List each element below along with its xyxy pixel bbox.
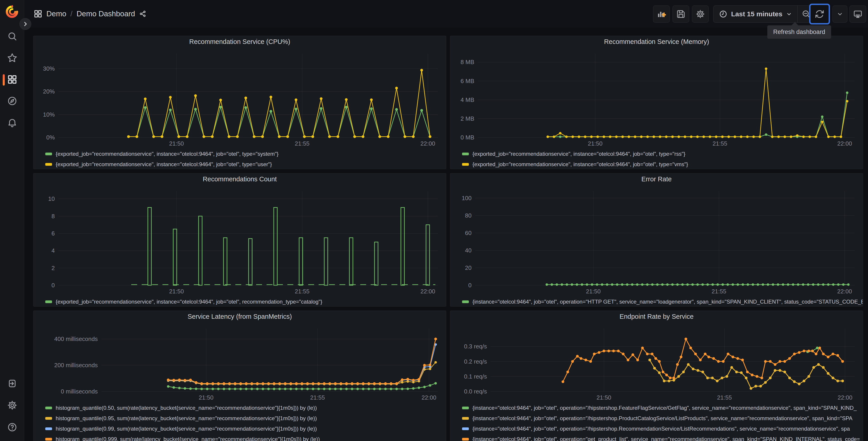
sidebar-item-help[interactable]	[7, 422, 18, 432]
panel-endpoint-rate: Endpoint Rate by Service 0.0 req/s0.1 re…	[450, 311, 863, 441]
bell-icon	[7, 118, 17, 128]
legend-label: {exported_job="recommendationservice", i…	[472, 151, 685, 157]
legend-item[interactable]: histogram_quantile(0.99, sum(rate(latenc…	[33, 423, 446, 434]
legend-item[interactable]: {exported_job="recommendationservice", i…	[33, 149, 446, 159]
panel-title[interactable]: Service Latency (from SpanMetrics)	[33, 311, 446, 322]
dashboard-settings-button[interactable]	[692, 5, 709, 23]
recommendations-count-chart[interactable]: 024681021:5021:5522:00	[33, 185, 446, 296]
sidebar-item-alerting[interactable]	[7, 118, 18, 128]
svg-text:4: 4	[52, 247, 55, 254]
legend-label: {exported_job="recommendationservice", i…	[56, 161, 272, 168]
time-range-picker[interactable]: Last 15 minutes	[713, 6, 797, 22]
star-icon	[7, 53, 17, 63]
legend-swatch	[45, 407, 52, 409]
svg-text:21:55: 21:55	[712, 288, 726, 295]
memory-chart[interactable]: 0 MB2 MB4 MB6 MB8 MB21:5021:5522:00	[450, 47, 863, 148]
cpu-legend: {exported_job="recommendationservice", i…	[33, 149, 446, 169]
legend-label: histogram_quantile(0.95, sum(rate(latenc…	[56, 415, 317, 421]
search-icon	[7, 31, 17, 41]
legend-label: {exported_job="recommendationservice", i…	[56, 151, 279, 157]
endpoint-rate-chart[interactable]: 0.0 req/s0.1 req/s0.2 req/s0.3 req/s21:5…	[450, 322, 863, 402]
sidebar-item-settings[interactable]	[7, 400, 18, 410]
legend-item[interactable]: {exported_job="recommendationservice", i…	[33, 297, 446, 306]
breadcrumb-dashboard[interactable]: Demo Dashboard	[76, 9, 135, 18]
clock-icon	[719, 10, 727, 18]
svg-text:22:00: 22:00	[422, 394, 436, 401]
help-question-icon	[7, 422, 17, 432]
legend-item[interactable]: {instance="otelcol:9464", job="otel", op…	[450, 434, 863, 441]
svg-text:20: 20	[465, 264, 471, 271]
svg-text:2: 2	[52, 265, 55, 271]
svg-text:100: 100	[462, 195, 471, 202]
svg-text:0: 0	[52, 282, 55, 289]
panel-title[interactable]: Endpoint Rate by Service	[450, 311, 863, 322]
legend-item[interactable]: {instance="otelcol:9464", job="otel", op…	[450, 423, 863, 434]
grafana-dashboard: { "header": { "breadcrumb_section": "Dem…	[0, 0, 868, 441]
grafana-logo-icon[interactable]	[5, 5, 19, 19]
svg-text:20%: 20%	[43, 88, 55, 95]
legend-item[interactable]: {instance="otelcol:9464", job="otel", op…	[450, 413, 863, 423]
refresh-dashboard-button[interactable]	[809, 4, 830, 25]
sidebar-item-explore[interactable]	[7, 96, 18, 106]
svg-text:21:50: 21:50	[169, 288, 184, 295]
sidebar-item-search[interactable]	[7, 31, 18, 41]
legend-item[interactable]: histogram_quantile(0.95, sum(rate(latenc…	[33, 413, 446, 423]
panel-title[interactable]: Recommendation Service (CPU%)	[33, 36, 446, 47]
legend-swatch	[45, 417, 52, 420]
legend-swatch	[462, 153, 469, 155]
cycle-view-mode-button[interactable]	[849, 5, 866, 23]
legend-label: {exported_job="recommendationservice", i…	[56, 299, 322, 305]
panel-error-rate: Error Rate 02040608010021:5021:5522:00 {…	[450, 173, 863, 306]
legend-item[interactable]: {exported_job="recommendationservice", i…	[450, 159, 863, 169]
svg-text:0.0 req/s: 0.0 req/s	[464, 388, 487, 395]
refresh-interval-dropdown[interactable]	[833, 5, 847, 23]
sidebar-item-dashboards[interactable]	[7, 74, 18, 85]
share-icon[interactable]	[139, 10, 146, 18]
svg-text:4 MB: 4 MB	[461, 96, 474, 103]
panel-service-latency: Service Latency (from SpanMetrics) 0 mil…	[33, 311, 446, 441]
sidebar-item-starred[interactable]	[7, 53, 18, 63]
legend-swatch	[462, 407, 469, 409]
chevron-right-icon	[22, 21, 28, 27]
legend-item[interactable]: {exported_job="recommendationservice", i…	[33, 159, 446, 169]
svg-text:400 milliseconds: 400 milliseconds	[54, 335, 98, 342]
svg-text:6: 6	[52, 230, 55, 237]
legend-item[interactable]: histogram_quantile(0.999, sum(rate(laten…	[33, 434, 446, 441]
legend-label: {instance="otelcol:9464", job="otel", op…	[472, 299, 863, 305]
gear-icon	[7, 400, 17, 410]
svg-text:40: 40	[465, 247, 471, 254]
legend-item[interactable]: {instance="otelcol:9464", job="otel", op…	[450, 403, 863, 413]
legend-swatch	[462, 163, 469, 166]
panel-recommendation-service-cpu: Recommendation Service (CPU%) 0%10%20%30…	[33, 36, 446, 169]
panel-title[interactable]: Recommendations Count	[33, 173, 446, 185]
service-latency-chart[interactable]: 0 milliseconds200 milliseconds400 millis…	[33, 322, 446, 402]
legend-swatch	[45, 438, 52, 441]
save-dashboard-button[interactable]	[673, 5, 689, 23]
svg-text:22:00: 22:00	[837, 288, 852, 295]
error-rate-chart[interactable]: 02040608010021:5021:5522:00	[450, 185, 863, 296]
legend-swatch	[462, 438, 469, 441]
svg-text:21:50: 21:50	[199, 394, 213, 401]
sidebar-item-sign-in[interactable]	[7, 378, 18, 389]
error-rate-legend: {instance="otelcol:9464", job="otel", op…	[450, 297, 863, 306]
legend-label: {instance="otelcol:9464", job="otel", op…	[472, 425, 850, 432]
compass-icon	[7, 96, 17, 106]
expand-sidebar-button[interactable]	[20, 18, 31, 30]
panel-recommendation-service-memory: Recommendation Service (Memory) 0 MB2 MB…	[450, 36, 863, 169]
gear-icon	[696, 9, 705, 19]
panel-title[interactable]: Error Rate	[450, 173, 863, 185]
legend-label: histogram_quantile(0.99, sum(rate(latenc…	[56, 425, 317, 432]
apps-grid-icon	[34, 9, 42, 18]
svg-text:21:50: 21:50	[586, 288, 600, 295]
legend-item[interactable]: histogram_quantile(0.50, sum(rate(latenc…	[33, 403, 446, 413]
legend-item[interactable]: {exported_job="recommendationservice", i…	[450, 149, 863, 159]
save-icon	[676, 9, 685, 19]
svg-text:8 MB: 8 MB	[461, 59, 474, 65]
cpu-chart[interactable]: 0%10%20%30%21:5021:5522:00	[33, 47, 446, 148]
add-panel-button[interactable]	[653, 5, 670, 23]
breadcrumb-folder[interactable]: Demo	[46, 9, 66, 18]
svg-text:80: 80	[465, 212, 471, 219]
legend-item[interactable]: {instance="otelcol:9464", job="otel", op…	[450, 297, 863, 306]
active-nav-indicator	[3, 74, 5, 86]
legend-swatch	[45, 300, 52, 303]
